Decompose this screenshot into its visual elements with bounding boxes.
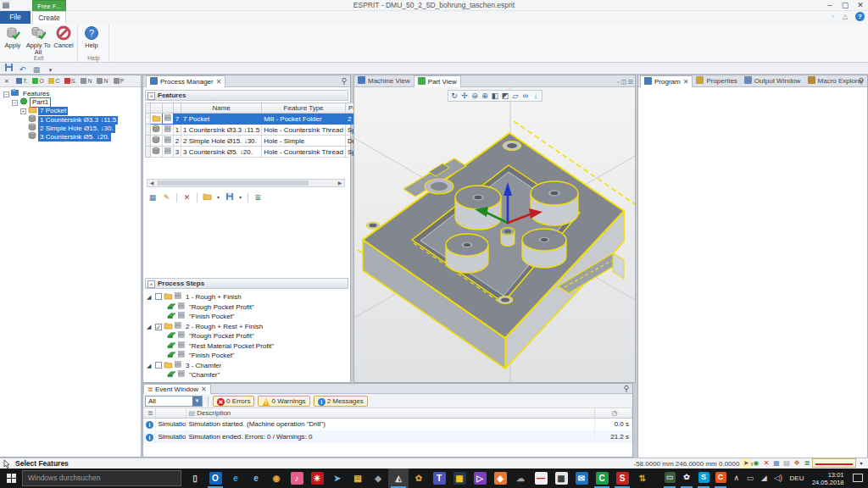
tab-close-icon[interactable]: ✕ xyxy=(216,78,222,86)
event-type-col[interactable]: ≣ xyxy=(143,408,155,418)
taskbar-search-input[interactable]: Windows durchsuchen xyxy=(22,470,181,486)
checkbox-icon[interactable] xyxy=(155,362,162,369)
tray-screen-cast-icon[interactable]: ▭ xyxy=(661,469,678,488)
open-icon[interactable] xyxy=(202,192,214,203)
taskbar-camtasia-icon[interactable]: C xyxy=(592,469,612,488)
event-time-col[interactable]: ◷ xyxy=(595,408,632,418)
tray-expand-icon[interactable]: ∧ xyxy=(732,469,743,488)
taskbar-chrome-icon[interactable]: ◉ xyxy=(266,469,287,488)
tree-part[interactable]: –Part1 xyxy=(2,97,141,106)
checkbox-icon[interactable] xyxy=(155,293,162,300)
pin-icon-right[interactable] xyxy=(857,77,865,86)
feature-row-0[interactable]: ▶77 PocketMill - Pocket Folder2 - Rough … xyxy=(146,114,386,125)
collapse-section-icon[interactable]: ^ xyxy=(147,92,155,100)
snap-icon[interactable]: ◉ xyxy=(751,458,761,469)
delete-icon[interactable]: ✕ xyxy=(181,192,193,203)
tree-feature-1[interactable]: 1 Countersink Ø3.3 ↓11.5 xyxy=(2,114,141,123)
apply-button[interactable]: Apply xyxy=(0,24,25,53)
sheet-view-icon[interactable]: ▱ xyxy=(510,91,520,101)
tree-root[interactable]: –Features xyxy=(2,89,141,97)
part-3d-view[interactable] xyxy=(354,87,635,382)
tab-output-window[interactable]: Output Window xyxy=(741,75,804,87)
tree-feature-0[interactable]: +7 Pocket xyxy=(2,106,141,114)
filter-warning-button[interactable]: !0 Warnings xyxy=(258,396,309,407)
left-tab-2[interactable]: C xyxy=(47,75,63,86)
taskbar-calculator-icon[interactable]: ▦ xyxy=(551,469,571,488)
viewport-3d[interactable]: ↻✢⊖⊕◧◩▱∞↓ xyxy=(354,87,635,382)
window-layout-icons[interactable]: ▫ ◫ ⊟ xyxy=(617,77,633,86)
event-pin-icon[interactable] xyxy=(622,385,631,393)
tab-part-view[interactable]: Part View xyxy=(414,75,461,87)
start-button[interactable] xyxy=(0,469,22,488)
taskbar-mail-app-icon[interactable]: ✉ xyxy=(571,469,592,488)
delete-icon[interactable]: ✕ xyxy=(761,458,771,469)
feature-row-1[interactable]: 11 Countersink Ø3.3 ↓11.5Hole - Counters… xyxy=(146,125,386,136)
scrollbar-thumb[interactable] xyxy=(158,180,309,186)
step-item-1-1[interactable]: "Rest Material Pocket Profit" xyxy=(147,341,350,351)
col-name[interactable]: Name xyxy=(181,103,262,114)
filter-error-button[interactable]: ✕0 Errors xyxy=(213,396,254,407)
grid-icon[interactable]: ▦ xyxy=(771,458,782,469)
taskbar-file-explorer-icon[interactable]: ▤ xyxy=(348,469,368,488)
help-button[interactable]: ?Help xyxy=(79,24,104,53)
taskbar-red-app-icon[interactable]: ✳ xyxy=(307,469,327,488)
taskbar-edge-icon[interactable]: e xyxy=(225,469,246,488)
save-process-icon[interactable] xyxy=(224,192,236,203)
taskbar-onedrive-icon[interactable]: ☁ xyxy=(510,469,531,488)
step-item-2-0[interactable]: "Chamfer" xyxy=(147,369,350,380)
tab-machine-view[interactable]: Machine View xyxy=(354,75,414,87)
left-tab-3[interactable]: S. xyxy=(63,75,79,86)
rotate-icon[interactable]: ↻ xyxy=(449,91,459,101)
taskbar-orange-app-icon[interactable]: ◈ xyxy=(490,469,510,488)
close-button[interactable]: ✕ xyxy=(853,0,868,11)
select-mode-icon[interactable]: ➤ xyxy=(741,458,751,469)
step-item-1-0[interactable]: "Rough Pocket Profit" xyxy=(147,330,350,341)
event-tab-close-icon[interactable]: ✕ xyxy=(201,385,207,393)
taskbar-itunes-icon[interactable]: ♪ xyxy=(287,469,307,488)
zoom-out-icon[interactable]: ⊖ xyxy=(470,91,480,101)
help-icon[interactable]: ? xyxy=(855,12,865,21)
event-category-col[interactable] xyxy=(155,408,186,418)
cube-view-icon[interactable]: ◧ xyxy=(490,91,500,101)
step-group-1[interactable]: ◢✓2 - Rough + Rest + Finish xyxy=(147,321,350,331)
zoom-in-icon[interactable]: ⊕ xyxy=(480,91,490,101)
col-feature-type[interactable]: Feature Type xyxy=(262,103,346,114)
horizontal-scrollbar[interactable]: ◀▶ xyxy=(147,179,345,187)
taskbar-esprit-icon[interactable]: ◭ xyxy=(388,469,409,488)
tray-settings-gear-icon[interactable]: ✿ xyxy=(678,469,695,488)
taskbar-teams-icon[interactable]: T xyxy=(429,469,449,488)
taskbar-outlook-icon[interactable]: O xyxy=(205,469,225,488)
left-tab-5[interactable]: N xyxy=(95,75,111,86)
left-tab-0[interactable]: T. xyxy=(14,75,31,86)
taskbar-badge-app-icon[interactable]: ◆ xyxy=(368,469,388,488)
minimize-ribbon-icon[interactable]: △ xyxy=(839,12,851,22)
taskbar-task-view-icon[interactable]: ▯ xyxy=(185,469,205,488)
cancel-button[interactable]: Cancel xyxy=(51,24,76,53)
expander-icon[interactable]: + xyxy=(20,108,26,114)
tab-create[interactable]: Create xyxy=(32,11,66,24)
event-filter-dropdown[interactable]: All ▼ xyxy=(145,396,203,407)
expander-icon[interactable]: – xyxy=(3,92,9,97)
step-item-1-2[interactable]: "Finish Pocket" xyxy=(147,350,350,360)
ribbon-options-icon[interactable]: ▫ xyxy=(827,12,839,22)
left-tab-6[interactable]: P xyxy=(111,75,127,86)
tab-close-icon[interactable]: ✕ xyxy=(683,78,689,86)
event-description-col[interactable]: ▤ Description xyxy=(186,408,595,418)
taskbar-gear-app-icon[interactable]: ✿ xyxy=(409,469,429,488)
new-operation-icon[interactable]: ▦ xyxy=(147,192,159,203)
taskbar-yellow-arrows-icon[interactable]: ⇅ xyxy=(632,469,653,488)
taskbar-share-app-icon[interactable]: ➤ xyxy=(327,469,348,488)
left-tab-4[interactable]: N xyxy=(79,75,95,86)
binoculars-icon[interactable]: ∞ xyxy=(520,91,531,101)
left-tab-1[interactable]: O xyxy=(31,75,47,86)
tree-feature-2[interactable]: 2 Simple Hole Ø15. ↓30. xyxy=(2,123,141,131)
taskbar-internet-explorer-icon[interactable]: e xyxy=(246,469,266,488)
expander-icon[interactable]: ◢ xyxy=(147,361,153,371)
feature-row-3[interactable]: 33 Countersink Ø5. ↓20.Hole - Countersin… xyxy=(146,147,386,158)
language-indicator[interactable]: DEU xyxy=(787,469,807,488)
orient-down-icon[interactable]: ↓ xyxy=(531,91,541,101)
expander-icon[interactable]: – xyxy=(12,100,18,106)
tray-skype-icon[interactable]: S xyxy=(695,469,712,488)
contextual-tab-free-form[interactable]: Free F... xyxy=(32,0,66,11)
speaker-icon[interactable]: ◁) xyxy=(771,469,785,488)
